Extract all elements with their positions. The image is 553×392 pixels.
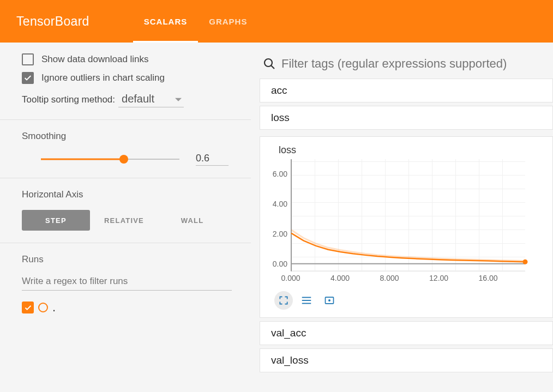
chart-area[interactable]: 0.002.004.006.00 0.0004.0008.00012.0016.… [291,159,525,285]
runs-section: Runs . [0,243,251,327]
chart-plot [291,159,525,272]
horizontal-axis-section: Horizontal Axis STEP RELATIVE WALL [0,178,251,243]
run-name: . [52,300,56,315]
ytick: 0.00 [273,260,287,268]
smoothing-label: Smoothing [22,131,232,142]
svg-point-9 [329,300,330,301]
slider-thumb-icon[interactable] [119,155,128,164]
svg-line-1 [271,65,274,69]
tag-filter-input[interactable] [281,57,551,71]
runs-list: . [22,300,232,315]
xtick: 4.000 [330,274,350,282]
header-tabs: SCALARS GRAPHS [133,0,259,43]
ignore-outliers-label: Ignore outliers in chart scaling [41,73,165,83]
fit-domain-button[interactable] [320,291,339,310]
main-panel: acc loss loss 0.002.004.006.00 0.0004.00… [251,43,553,392]
show-download-links-toggle[interactable]: Show data download links [22,53,232,65]
smoothing-section: Smoothing [0,120,251,178]
ignore-outliers-toggle[interactable]: Ignore outliers in chart scaling [22,72,232,84]
app-title: TensorBoard [16,14,89,29]
haxis-relative-button[interactable]: RELATIVE [90,210,158,231]
haxis-step-button[interactable]: STEP [22,210,90,231]
svg-point-0 [265,59,272,67]
panel-header-val-acc[interactable]: val_acc [260,321,553,345]
x-axis-ticks: 0.0004.0008.00012.0016.00 [291,274,525,285]
tab-scalars[interactable]: SCALARS [133,0,199,43]
panel-header-loss[interactable]: loss [260,106,553,130]
run-checkbox[interactable] [22,301,34,313]
xtick: 0.000 [281,274,300,282]
haxis-wall-button[interactable]: WALL [158,210,226,231]
svg-point-4 [522,260,527,264]
xtick: 8.000 [380,274,399,282]
tooltip-sort-value: default [122,93,154,105]
chart-card-loss: loss 0.002.004.006.00 0.0004.0008.00012.… [260,136,553,318]
chart-title: loss [279,144,542,156]
show-download-label: Show data download links [41,54,149,65]
checkbox-checked-icon [22,72,34,84]
chevron-down-icon [175,98,182,101]
runs-filter-input[interactable] [22,276,232,291]
slider-track-active [41,159,124,160]
xtick: 16.00 [479,274,498,282]
search-icon [263,57,276,70]
horizontal-axis-group: STEP RELATIVE WALL [22,210,232,231]
ytick: 2.00 [273,230,287,238]
chart-toolbar [274,291,542,310]
tag-filter-row [260,53,553,79]
panel-header-acc[interactable]: acc [260,79,553,102]
runs-label: Runs [22,254,232,265]
ytick: 6.00 [273,170,287,178]
panel-header-val-loss[interactable]: val_loss [260,348,553,372]
xtick: 12.00 [429,274,448,282]
toggle-y-log-button[interactable] [297,291,316,310]
expand-chart-button[interactable] [274,291,293,310]
tooltip-sort-select[interactable]: default [118,93,184,107]
run-color-swatch-icon [38,303,48,312]
smoothing-slider[interactable] [41,154,179,165]
smoothing-value-input[interactable] [196,153,229,166]
tab-graphs[interactable]: GRAPHS [198,0,258,43]
tooltip-sort-label: Tooltip sorting method: [22,94,115,105]
horizontal-axis-label: Horizontal Axis [22,189,232,200]
checkbox-unchecked-icon [22,53,34,65]
y-axis-ticks: 0.002.004.006.00 [262,159,287,272]
display-options-section: Show data download links Ignore outliers… [0,43,251,120]
app-header: TensorBoard SCALARS GRAPHS [0,0,553,43]
sidebar: Show data download links Ignore outliers… [0,43,251,392]
ytick: 4.00 [273,200,287,208]
